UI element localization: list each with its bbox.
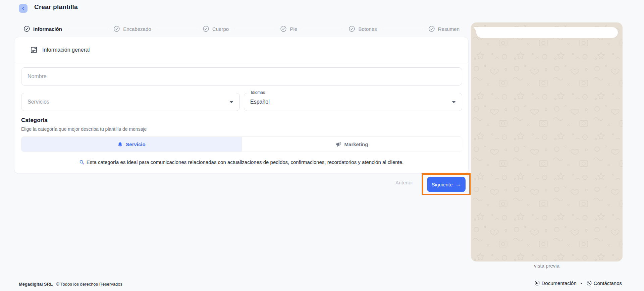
- stepper-step-label: Pie: [290, 26, 297, 32]
- copyright-text: © Todos los derechos Reservados: [56, 282, 122, 287]
- language-select-label: Idiomas: [249, 90, 267, 95]
- check-circle-icon: [113, 25, 120, 32]
- documentation-icon: [534, 280, 540, 286]
- check-circle-icon: [203, 25, 209, 32]
- footer-right: Documentación - Contáctanos: [534, 280, 622, 286]
- stepper-step-pie[interactable]: Pie: [280, 25, 297, 32]
- category-subtitle: Elige la categoría que mejor describa tu…: [21, 126, 147, 132]
- preview-caption: vista previa: [471, 263, 623, 269]
- stepper-connector: [67, 29, 108, 29]
- stepper-step-label: Información: [33, 26, 62, 32]
- language-select[interactable]: Idiomas Español: [244, 93, 462, 111]
- chevron-left-icon: [21, 6, 25, 10]
- stepper-step-label: Cuerpo: [212, 26, 229, 32]
- stepper-step-informacion[interactable]: Información: [23, 25, 62, 32]
- service-type-value: Servicios: [28, 99, 49, 105]
- message-bubble-preview: [476, 27, 618, 38]
- stepper: Información Encabezado Cuerpo Pie Botone…: [23, 24, 460, 34]
- back-button[interactable]: [19, 4, 28, 13]
- check-circle-icon: [280, 25, 287, 32]
- caret-down-icon: [229, 101, 233, 103]
- section-title: Información general: [42, 47, 90, 53]
- whatsapp-preview-panel: [471, 22, 623, 261]
- siguiente-label: Siguiente: [432, 182, 453, 187]
- stepper-step-encabezado[interactable]: Encabezado: [113, 25, 151, 32]
- service-type-select[interactable]: Servicios: [21, 93, 240, 111]
- category-tab-servicio[interactable]: Servicio: [21, 137, 241, 152]
- anterior-button[interactable]: Anterior: [395, 180, 413, 185]
- stepper-connector: [157, 29, 197, 29]
- arrow-right-icon: →: [455, 181, 461, 188]
- check-circle-icon: [428, 25, 435, 32]
- form-card: Información general Servicios Idiomas Es…: [14, 37, 469, 174]
- stepper-step-cuerpo[interactable]: Cuerpo: [203, 25, 229, 32]
- megaphone-icon: [336, 141, 341, 147]
- stepper-connector: [382, 29, 423, 29]
- language-select-value: Español: [250, 99, 270, 105]
- document-icon: [30, 46, 38, 54]
- check-circle-icon: [348, 25, 355, 32]
- category-title: Categoría: [21, 117, 47, 124]
- whatsapp-icon: [586, 280, 592, 286]
- footer-separator: -: [579, 280, 584, 286]
- contact-link[interactable]: Contáctanos: [586, 280, 622, 286]
- caret-down-icon: [452, 101, 456, 103]
- category-tab-label: Servicio: [126, 141, 145, 147]
- company-name: Megadigital SRL: [19, 282, 53, 287]
- magnifier-icon: [79, 160, 85, 165]
- documentation-link[interactable]: Documentación: [534, 280, 577, 286]
- card-header: Información general: [14, 37, 468, 63]
- stepper-step-resumen[interactable]: Resumen: [428, 25, 460, 32]
- page-title: Crear plantilla: [34, 3, 78, 11]
- category-hint: Esta categoría es ideal para comunicacio…: [14, 159, 468, 165]
- bell-icon: [117, 141, 123, 147]
- stepper-connector: [234, 29, 275, 29]
- check-circle-icon: [23, 25, 30, 32]
- name-input[interactable]: [21, 67, 462, 85]
- category-tab-label: Marketing: [344, 141, 368, 147]
- footer-left: Megadigital SRL © Todos los derechos Res…: [19, 282, 122, 287]
- stepper-step-label: Encabezado: [123, 26, 151, 32]
- siguiente-button[interactable]: Siguiente →: [427, 177, 466, 192]
- whatsapp-doodle-pattern: [471, 22, 623, 261]
- stepper-step-label: Botones: [358, 26, 377, 32]
- category-tab-marketing[interactable]: Marketing: [241, 137, 462, 152]
- category-tabs: Servicio Marketing: [21, 136, 462, 152]
- stepper-connector: [303, 29, 343, 29]
- stepper-step-botones[interactable]: Botones: [348, 25, 377, 32]
- stepper-step-label: Resumen: [438, 26, 460, 32]
